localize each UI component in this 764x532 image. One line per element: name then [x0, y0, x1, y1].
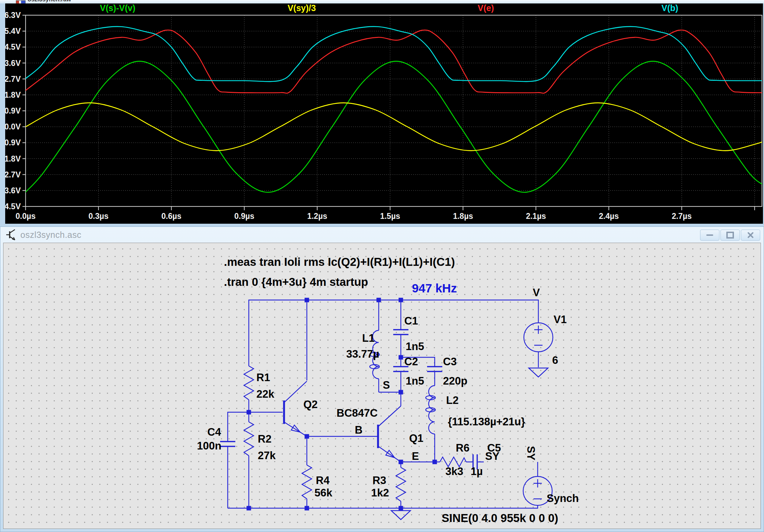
axis-tick-labels: 6.3V5.4V4.5V3.6V2.7V1.8V0.9V0.0V-0.9V-1.… [5, 11, 692, 221]
waveform-plot[interactable]: 6.3V5.4V4.5V3.6V2.7V1.8V0.9V0.0V-0.9V-1.… [5, 3, 763, 224]
y-tick-label: 2.7V [5, 75, 21, 84]
label-Q2[interactable]: Q2 [303, 398, 318, 410]
label-R1[interactable]: R1 [256, 371, 270, 384]
x-tick-label: 0.9µs [234, 212, 254, 221]
label-C2[interactable]: C2 [404, 356, 418, 368]
model-Q1Q2[interactable]: BC847C [337, 407, 378, 419]
x-tick-label: 2.1µs [526, 212, 546, 221]
y-tick-label: -2.7V [5, 170, 21, 179]
node-flag-E[interactable]: E [412, 450, 419, 462]
y-tick-label: 5.4V [5, 27, 21, 36]
maximize-icon [726, 232, 734, 239]
label-V1[interactable]: V1 [554, 313, 567, 326]
resistor-R4[interactable] [302, 465, 312, 499]
circuit[interactable] [220, 298, 553, 520]
minimize-icon [706, 234, 713, 236]
trace-legend: V(s)-V(v)V(sy)/3V(e)V(b) [100, 3, 678, 13]
resistor-R3[interactable] [396, 467, 406, 501]
y-tick-label: 0.9V [5, 106, 21, 115]
transistor-icon [5, 228, 17, 241]
label-R2[interactable]: R2 [258, 433, 272, 445]
x-tick-label: 1.8µs [453, 212, 473, 221]
label-L1[interactable]: L1 [362, 332, 375, 344]
transistor-Q1[interactable] [378, 406, 401, 462]
node-flag-V[interactable]: V [533, 287, 540, 299]
schematic-canvas[interactable]: .meas tran Ioli rms Ic(Q2)+I(R1)+I(L1)+I… [3, 243, 761, 529]
voltage-source-V1[interactable] [524, 323, 553, 352]
directive-meas[interactable]: .meas tran Ioli rms Ic(Q2)+I(R1)+I(L1)+I… [224, 255, 455, 268]
y-tick-label: 1.8V [5, 90, 21, 99]
label-C1[interactable]: C1 [404, 315, 418, 327]
value-Synch-sine[interactable]: SINE(0 4.0 955k 0 0 0) [442, 512, 558, 524]
close-icon [747, 231, 754, 239]
y-tick-label: -3.6V [5, 186, 21, 195]
label-Synch[interactable]: Synch [547, 492, 579, 504]
value-R6[interactable]: 3k3 [445, 465, 463, 477]
x-tick-label: 0.6µs [161, 212, 181, 221]
close-button[interactable] [741, 230, 760, 241]
capacitor-C3[interactable] [427, 367, 442, 371]
trace-V(b) [26, 27, 763, 81]
label-Q1[interactable]: Q1 [409, 432, 423, 444]
plot-gridlines [26, 15, 762, 206]
legend-V(s)-V(v)[interactable]: V(s)-V(v) [100, 3, 135, 13]
minimize-button[interactable] [700, 230, 719, 241]
legend-V(e)[interactable]: V(e) [478, 3, 494, 13]
value-C3[interactable]: 220p [443, 375, 468, 387]
schematic-window-title: oszl3synch.asc [20, 230, 82, 240]
value-C5[interactable]: 1µ [471, 465, 483, 477]
value-R1[interactable]: 22k [256, 388, 274, 400]
waveform-window: oszl3synch.raw 6.3V5.4V4.5V3.6V2.7V1.8V0… [0, 0, 764, 226]
value-R3[interactable]: 1k2 [371, 487, 389, 499]
y-tick-label: -0.9V [5, 138, 21, 147]
legend-V(sy)/3[interactable]: V(sy)/3 [287, 3, 316, 13]
ground-symbol-v1[interactable] [529, 368, 548, 377]
x-tick-label: 1.5µs [380, 212, 400, 221]
label-R6[interactable]: R6 [456, 442, 470, 454]
legend-V(b)[interactable]: V(b) [661, 3, 678, 13]
value-R4[interactable]: 56k [314, 487, 332, 499]
value-L1[interactable]: 33.77µ [346, 348, 379, 360]
value-R2[interactable]: 27k [258, 449, 276, 462]
x-tick-label: 0.3µs [88, 212, 109, 221]
node-flag-B[interactable]: B [355, 424, 362, 436]
waveform-plot-panel[interactable]: 6.3V5.4V4.5V3.6V2.7V1.8V0.9V0.0V-0.9V-1.… [5, 3, 763, 224]
directive-tran[interactable]: .tran 0 {4m+3u} 4m startup [224, 275, 368, 288]
value-L2[interactable]: {115.138µ+21u} [448, 416, 525, 428]
frequency-annotation[interactable]: 947 kHz [412, 281, 457, 295]
schematic-window: oszl3synch.asc [0, 226, 764, 532]
capacitor-C1[interactable] [393, 330, 408, 335]
capacitor-C4[interactable] [220, 442, 235, 446]
waveform-titlebar[interactable]: oszl3synch.raw [0, 0, 764, 3]
value-C1[interactable]: 1n5 [406, 340, 424, 352]
y-tick-label: 3.6V [5, 59, 21, 68]
y-tick-label: -4.5V [5, 202, 21, 211]
schematic-titlebar[interactable]: oszl3synch.asc [0, 227, 764, 243]
x-tick-label: 0.0µs [16, 212, 36, 221]
resistor-R2[interactable] [244, 422, 254, 456]
value-V1[interactable]: 6 [552, 354, 558, 366]
y-tick-label: 0.0V [5, 122, 21, 131]
waveform-window-title: oszl3synch.raw [28, 0, 71, 3]
x-tick-label: 2.7µs [672, 212, 692, 221]
label-C3[interactable]: C3 [443, 356, 457, 368]
label-R4[interactable]: R4 [316, 474, 330, 486]
resistor-R1[interactable] [244, 366, 254, 400]
label-C4[interactable]: C4 [207, 426, 221, 438]
node-flag-SY[interactable]: SY [485, 450, 500, 462]
schematic-drawing: .meas tran Ioli rms Ic(Q2)+I(R1)+I(L1)+I… [3, 243, 761, 529]
label-R3[interactable]: R3 [372, 474, 386, 486]
maximize-button[interactable] [720, 230, 740, 241]
node-flag-S[interactable]: S [383, 379, 390, 391]
schematic-labels: .meas tran Ioli rms Ic(Q2)+I(R1)+I(L1)+I… [197, 255, 579, 524]
x-tick-label: 2.4µs [599, 212, 619, 221]
node-flag-SY-rotated[interactable]: SY [525, 446, 537, 461]
value-C4[interactable]: 100n [197, 440, 221, 452]
inductor-L2[interactable] [426, 386, 435, 434]
ground-symbol-r3[interactable] [391, 511, 411, 520]
value-C2[interactable]: 1n5 [406, 375, 424, 387]
label-L2[interactable]: L2 [446, 394, 459, 406]
y-tick-label: 6.3V [5, 11, 21, 20]
waveform-traces [26, 27, 763, 192]
y-tick-label: -1.8V [5, 154, 21, 163]
